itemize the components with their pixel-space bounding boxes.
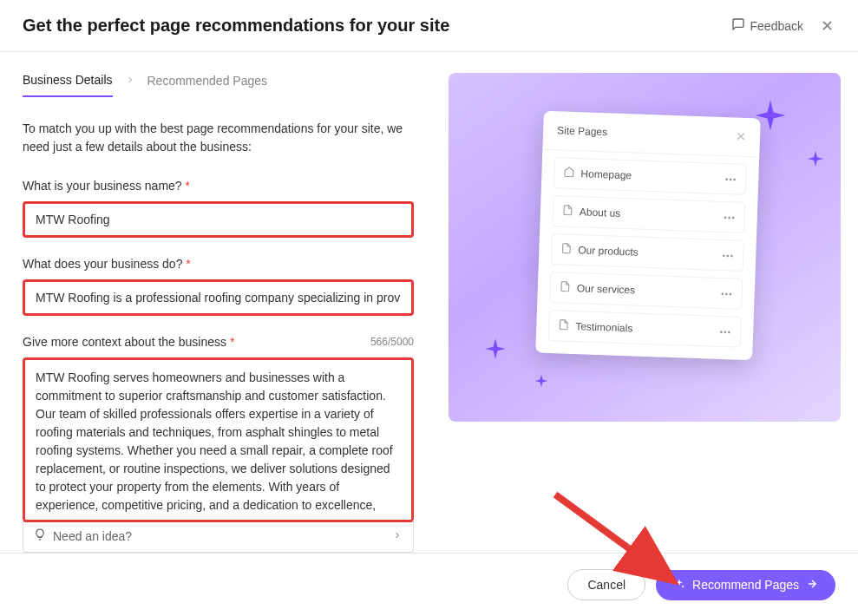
close-button[interactable]: ✕ xyxy=(819,16,835,36)
illustration: Site Pages ✕ Homepage ••• xyxy=(449,73,841,422)
page-title: Get the perfect page recommendations for… xyxy=(23,16,449,36)
breadcrumb: Business Details Recommended Pages xyxy=(23,73,414,97)
home-icon xyxy=(563,167,575,180)
need-idea-button[interactable]: Need an idea? xyxy=(23,520,414,553)
card-item-services: Our services ••• xyxy=(549,272,743,310)
sparkle-icon xyxy=(483,337,508,361)
business-context-highlight xyxy=(23,357,414,522)
arrow-right-icon xyxy=(806,578,818,593)
intro-text: To match you up with the best page recom… xyxy=(23,120,414,156)
more-icon: ••• xyxy=(721,288,733,298)
illustration-panel: Site Pages ✕ Homepage ••• xyxy=(449,73,841,553)
feedback-button[interactable]: Feedback xyxy=(731,17,803,34)
card-item-about: About us ••• xyxy=(552,195,745,233)
chevron-right-icon xyxy=(125,74,135,96)
feedback-label: Feedback xyxy=(750,19,803,33)
more-icon: ••• xyxy=(719,326,731,336)
page-icon xyxy=(560,243,573,257)
chat-icon xyxy=(731,17,745,34)
card-header: Site Pages ✕ xyxy=(542,111,760,158)
business-name-highlight xyxy=(23,201,414,238)
required-marker: * xyxy=(186,257,190,271)
business-context-group: Give more context about the business * 5… xyxy=(23,335,414,553)
recommend-label: Recommend Pages xyxy=(692,578,799,592)
card-item-homepage: Homepage ••• xyxy=(553,157,747,195)
more-icon: ••• xyxy=(724,213,736,222)
business-desc-input[interactable] xyxy=(25,282,411,313)
business-name-input[interactable] xyxy=(25,204,411,235)
business-desc-label: What does your business do? * xyxy=(23,257,414,271)
business-context-textarea[interactable] xyxy=(25,360,411,516)
char-counter: 566/5000 xyxy=(370,336,414,348)
main-container: Business Details Recommended Pages To ma… xyxy=(0,52,858,561)
cancel-button[interactable]: Cancel xyxy=(567,569,645,600)
business-desc-group: What does your business do? * xyxy=(23,257,414,316)
page-icon xyxy=(560,280,572,294)
breadcrumb-current[interactable]: Business Details xyxy=(23,73,113,97)
more-icon: ••• xyxy=(725,174,737,184)
page-icon xyxy=(562,205,574,219)
lightbulb-icon xyxy=(34,528,46,543)
footer: Cancel Recommend Pages xyxy=(0,553,858,616)
required-marker: * xyxy=(186,179,190,193)
business-desc-highlight xyxy=(23,279,414,316)
close-icon: ✕ xyxy=(736,129,747,143)
chevron-right-icon xyxy=(392,529,403,543)
business-name-label: What is your business name? * xyxy=(23,179,414,193)
header-actions: Feedback ✕ xyxy=(731,16,835,36)
more-icon: ••• xyxy=(723,251,735,260)
page-icon xyxy=(558,318,570,332)
business-name-group: What is your business name? * xyxy=(23,179,414,238)
sparkle-icon xyxy=(806,149,825,168)
sparkle-icon xyxy=(534,373,549,389)
breadcrumb-next: Recommended Pages xyxy=(147,74,268,96)
card-item-products: Our products ••• xyxy=(551,233,744,272)
form-panel: Business Details Recommended Pages To ma… xyxy=(23,73,414,553)
business-context-label: Give more context about the business * xyxy=(23,335,234,349)
card-title: Site Pages xyxy=(557,124,608,138)
required-marker: * xyxy=(230,335,234,349)
close-icon: ✕ xyxy=(821,17,834,35)
need-idea-label: Need an idea? xyxy=(53,529,132,543)
card-item-testimonials: Testimonials ••• xyxy=(548,310,742,348)
header: Get the perfect page recommendations for… xyxy=(0,0,858,52)
recommend-pages-button[interactable]: Recommend Pages xyxy=(656,570,835,600)
sparkle-icon xyxy=(673,578,685,593)
site-pages-card: Site Pages ✕ Homepage ••• xyxy=(535,111,761,361)
